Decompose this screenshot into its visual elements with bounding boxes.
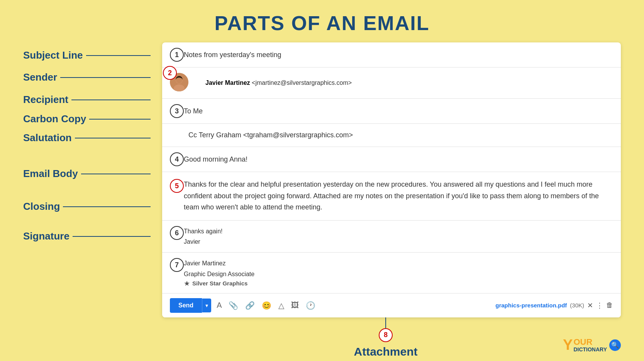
sender-connector (60, 77, 151, 78)
attachment-line (385, 317, 386, 328)
closing-line2: Javier (184, 236, 223, 247)
email-panel: 1 Notes from yesterday's meeting 2 (162, 42, 621, 317)
format-text-icon[interactable]: A (215, 299, 223, 311)
subject-row: 1 Notes from yesterday's meeting (162, 42, 621, 67)
clock-icon[interactable]: 🕐 (304, 299, 317, 312)
badge-4: 4 (170, 152, 184, 166)
attachment-label-group: 8 Attachment (354, 317, 417, 358)
subject-line-label: Subject Line (23, 49, 83, 61)
closing-label: Closing (23, 201, 60, 213)
drive-icon[interactable]: △ (277, 299, 286, 312)
closing-connector (63, 206, 151, 207)
sender-name: Javier Martinez (205, 79, 250, 86)
recipient-row: 3 To Me (162, 99, 621, 124)
sender-row: 2 Javier Martinez <jmar (162, 67, 621, 99)
logo-y: Y (563, 337, 573, 353)
signature-label-row: Signature (23, 230, 151, 242)
sig-company: ★ Silver Star Graphics (184, 279, 254, 288)
badge-7: 7 (170, 258, 184, 272)
badge-8: 8 (379, 328, 393, 342)
subject-line-connector (86, 55, 151, 56)
signature-connector (73, 236, 151, 237)
logo-dict: DICTIONARY (573, 346, 607, 353)
cc-row: Cc Terry Graham <tgraham@silverstargraph… (162, 124, 621, 147)
recipient-text: To Me (184, 107, 203, 115)
badge-6: 6 (170, 226, 184, 240)
closing-label-row: Closing (23, 201, 151, 213)
subject-line-label-row: Subject Line (23, 49, 151, 61)
salutation-text: Good morning Anna! (184, 155, 247, 164)
email-body-label-row: Email Body (23, 168, 151, 180)
attachment-filename: graphics-presentation.pdf (495, 302, 567, 309)
logo-our: OUR (573, 338, 607, 346)
closing-text: Thanks again! Javier (184, 226, 223, 247)
signature-label: Signature (23, 230, 69, 242)
image-icon[interactable]: 🖼 (290, 299, 300, 311)
cc-text: Cc Terry Graham <tgraham@silverstargraph… (188, 131, 353, 139)
sender-email: <jmartinez@silverstargraphics.com> (252, 79, 352, 86)
toolbar-row: Send ▾ A 📎 🔗 😊 △ 🖼 🕐 graphics-presentati… (162, 294, 621, 317)
salutation-label-row: Salutation (23, 132, 151, 144)
carbon-copy-label: Carbon Copy (23, 113, 86, 125)
salutation-row: 4 Good morning Anna! (162, 147, 621, 172)
send-dropdown-button[interactable]: ▾ (202, 299, 211, 312)
emoji-icon[interactable]: 😊 (260, 299, 273, 312)
page-title: PARTS OF AN EMAIL (0, 0, 644, 42)
attachment-delete-icon[interactable]: 🗑 (606, 301, 613, 309)
email-body-connector (81, 174, 151, 174)
closing-row: 6 Thanks again! Javier (162, 221, 621, 253)
sig-title: Graphic Design Associate (184, 269, 254, 279)
salutation-connector (75, 138, 151, 138)
link-icon[interactable]: 🔗 (244, 299, 256, 312)
signature-row: 7 Javier Martinez Graphic Design Associa… (162, 253, 621, 293)
attachment-more-icon[interactable]: ⋮ (596, 301, 603, 310)
attachment-icon[interactable]: 📎 (227, 299, 240, 312)
salutation-label: Salutation (23, 132, 72, 144)
body-row: 5 Thanks for the clear and helpful prese… (162, 172, 621, 221)
yourdictionary-logo: Y OUR DICTIONARY 🔍 (563, 337, 621, 353)
attachment-close-icon[interactable]: ✕ (587, 301, 593, 310)
sender-label-row: Sender (23, 71, 151, 83)
sig-name: Javier Martinez (184, 258, 254, 268)
subject-text: Notes from yesterday's meeting (184, 51, 281, 59)
attachment-label: Attachment (354, 345, 417, 358)
recipient-connector (71, 100, 151, 100)
sender-badge-2: 2 (170, 73, 193, 93)
badge-5: 5 (170, 179, 184, 193)
sender-info: Javier Martinez <jmartinez@silverstargra… (205, 79, 352, 86)
attachment-size: (30K) (570, 302, 584, 309)
body-text: Thanks for the clear and helpful present… (184, 179, 613, 213)
recipient-label: Recipient (23, 94, 68, 106)
attachment-info: graphics-presentation.pdf (30K) ✕ ⋮ 🗑 (495, 301, 613, 310)
sender-label: Sender (23, 71, 57, 83)
badge-3: 3 (170, 104, 184, 118)
carbon-copy-connector (89, 119, 151, 120)
star-icon: ★ (184, 279, 190, 288)
closing-line1: Thanks again! (184, 226, 223, 236)
badge-1: 1 (170, 48, 184, 62)
send-button[interactable]: Send (170, 298, 202, 313)
carbon-copy-label-row: Carbon Copy (23, 113, 151, 125)
recipient-label-row: Recipient (23, 94, 151, 106)
attachment-actions[interactable]: ✕ ⋮ 🗑 (587, 301, 613, 310)
logo-magnifier-icon: 🔍 (609, 339, 621, 351)
signature-content: Javier Martinez Graphic Design Associate… (184, 258, 254, 287)
send-button-group[interactable]: Send ▾ (170, 298, 211, 313)
email-body-label: Email Body (23, 168, 78, 180)
